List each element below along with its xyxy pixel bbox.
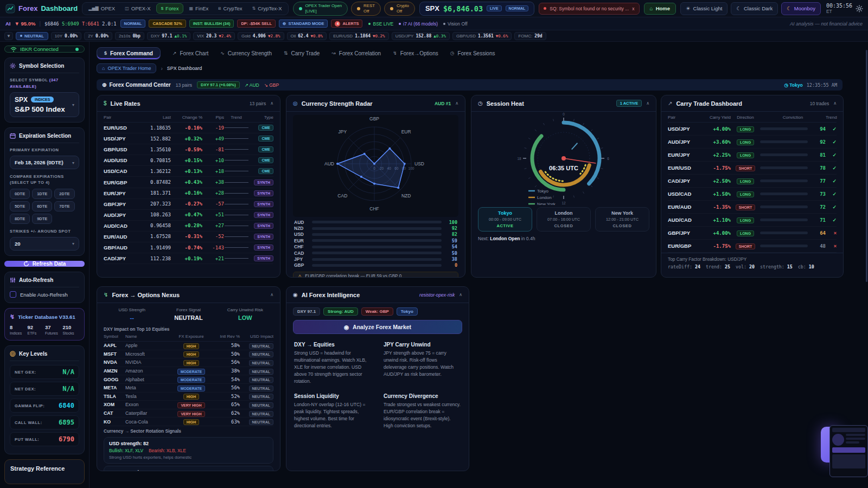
symbol-select[interactable]: SPX INDICES S&P 500 Index ▾ — [10, 92, 79, 117]
preview-chart — [832, 434, 844, 446]
equity-row-msft[interactable]: MSFT Microsoft HIGH 50% NEUTRAL — [104, 350, 273, 359]
dte-chip-0dte[interactable]: 0DTE — [10, 189, 30, 199]
collapse-icon[interactable]: ∧ — [455, 101, 458, 106]
collapse-icon[interactable]: ∧ — [833, 101, 837, 106]
carry-row-eur-usd[interactable]: EUR/USD -1.75% SHORT 78 ✓ — [668, 162, 837, 175]
rate-row-usd-cad[interactable]: USD/CAD 1.36212 +0.13% +18 CME — [104, 166, 273, 177]
change: +0.15% — [171, 158, 202, 163]
rate-row-eur-usd[interactable]: EUR/USD 1.18635 -0.16% -19 CME — [104, 123, 273, 133]
nav-tab-opex[interactable]: ▂▅▇OPEX — [84, 3, 119, 14]
tab-forex-command[interactable]: $Forex Command — [97, 47, 161, 60]
rate-row-aud-jpy[interactable]: AUD/JPY 108.263 +0.47% +51 SYNTH — [104, 210, 273, 221]
refresh-data-button[interactable]: Refresh Data — [4, 261, 85, 267]
carry-row-aud-cad[interactable]: AUD/CAD +1.10% LONG 71 ✓ — [668, 214, 837, 227]
strikes-select[interactable]: 20 ▾ — [10, 237, 79, 251]
error-toast[interactable]: SQ: Symbol not found or no security ... … — [539, 3, 639, 15]
mini-preview-popup[interactable] — [829, 425, 868, 477]
factor-trend-: trend: 25 — [706, 264, 730, 269]
primary-expiration-select[interactable]: Feb 18, 2026 (0DTE) ▾ — [10, 156, 79, 169]
analyze-forex-button[interactable]: ◉ Analyze Forex Market — [293, 320, 462, 334]
dte-chip-2dte[interactable]: 2DTE — [54, 189, 74, 199]
chevron-down-icon: ▾ — [72, 241, 74, 246]
dte-chip-5dte[interactable]: 5DTE — [10, 201, 30, 211]
tab-forex-options[interactable]: ↯Forex→Options — [393, 50, 438, 56]
factor-strength-: strength: 15 — [760, 264, 793, 269]
collapse-icon[interactable]: ∧ — [270, 101, 273, 106]
ticker-gold: Gold4,906▼2.8% — [238, 32, 284, 40]
target-icon — [10, 351, 16, 357]
carry-row-eur-gbp[interactable]: EUR/GBP -1.75% SHORT 48 × — [668, 240, 837, 253]
rate-row-aud-usd[interactable]: AUD/USD 0.70815 +0.15% +10 CME — [104, 155, 273, 166]
equity-row-cat[interactable]: CAT Caterpillar VERY HIGH 62% NEUTRAL — [104, 409, 273, 418]
auto-refresh-card: Auto-Refresh Enable Auto-Refresh — [4, 272, 85, 303]
toast-close-icon[interactable]: x — [632, 6, 634, 11]
nav-tab-cryptex-x[interactable]: ⇅CrypTex-X — [247, 3, 286, 14]
tab-forex-chart[interactable]: ↗Forex Chart — [173, 50, 208, 56]
scrollbar[interactable] — [866, 50, 867, 282]
rate-row-usd-jpy[interactable]: USD/JPY 152.882 +0.32% +49 CME — [104, 133, 273, 144]
dte-chip-9dte[interactable]: 9DTE — [32, 214, 52, 224]
equity-row-tsla[interactable]: TSLA Tesla HIGH 52% NEUTRAL — [104, 393, 273, 401]
dte-chip-7dte[interactable]: 7DTE — [54, 201, 74, 211]
company-name: Alphabet — [125, 377, 171, 382]
equity-row-meta[interactable]: META Meta MODERATE 56% NEUTRAL — [104, 384, 273, 393]
tab-forex-correlation[interactable]: ↝Forex Correlation — [331, 50, 381, 56]
carry-row-eur-jpy[interactable]: EUR/JPY +2.25% LONG 81 ✓ — [668, 149, 837, 162]
db-stat-futures: 37Futures — [45, 324, 62, 335]
nav-tab-opex-x[interactable]: ◫OPEX-X — [120, 3, 155, 14]
carry-row-cad-jpy[interactable]: CAD/JPY +2.50% LONG 77 ✓ — [668, 175, 837, 188]
collapse-icon[interactable]: ∧ — [646, 101, 649, 106]
panel-title: Forex → Options Nexus — [112, 292, 180, 298]
equity-row-aapl[interactable]: AAPL Apple HIGH 58% NEUTRAL — [104, 342, 273, 350]
session-card-new-york: New York12:00 - 21:00 UTCCLOSED — [595, 207, 649, 232]
equity-row-xom[interactable]: XOM Exxon VERY HIGH 65% NEUTRAL — [104, 401, 273, 409]
theme-button-classic-dark[interactable]: ☾Classic Dark — [731, 2, 778, 15]
nav-tab-forex[interactable]: $Forex — [156, 3, 184, 14]
theme-button-classic-light[interactable]: ☀Classic Light — [680, 2, 727, 15]
gear-icon[interactable] — [856, 5, 863, 12]
breadcrumb-home-button[interactable]: ⌂OPEX Trader Home — [97, 63, 156, 73]
dte-chip-1dte[interactable]: 1DTE — [32, 189, 52, 199]
tab-carry-trade[interactable]: ⇅Carry Trade — [284, 50, 320, 56]
equity-row-nvda[interactable]: NVDA NVIDIA HIGH 56% NEUTRAL — [104, 358, 273, 367]
rate-row-eur-gbp[interactable]: EUR/GBP 0.87482 +0.43% +38 SYNTH — [104, 177, 273, 188]
tab-forex-sessions[interactable]: ◷Forex Sessions — [450, 50, 495, 56]
pill-crypto[interactable]: CryptoOff — [384, 2, 415, 16]
equity-row-ko[interactable]: KO Coca-Cola HIGH 63% NEUTRAL — [104, 418, 273, 426]
collapse-icon[interactable]: ∧ — [459, 292, 462, 297]
filter-icon[interactable]: ▼ — [4, 32, 13, 40]
carry-row-gbp-jpy[interactable]: GBP/JPY +4.00% LONG 64 × — [668, 227, 837, 240]
pill-opex-trader-open[interactable]: OPEX Trader Open[LIVE] — [293, 2, 348, 16]
rate-row-gbp-jpy[interactable]: GBP/JPY 207.323 -0.27% -57 SYNTH — [104, 199, 273, 210]
home-button[interactable]: ⌂ Home — [644, 3, 676, 15]
equity-row-goog[interactable]: GOOG Alphabet MODERATE 54% NEUTRAL — [104, 375, 273, 384]
rate-row-cad-jpy[interactable]: CAD/JPY 112.238 +0.19% +21 SYNTH — [104, 253, 273, 264]
pill-rest[interactable]: RESTOff — [351, 2, 381, 16]
carry-row-usd-jpy[interactable]: USD/JPY +4.00% LONG 94 ✓ — [668, 123, 837, 136]
status-badges: NORMALCASCADE 52%INST: BULLISH (34)DP: -… — [120, 20, 363, 28]
rate-row-gbp-aud[interactable]: GBP/AUD 1.91499 -0.74% -143 SYNTH — [104, 242, 273, 253]
ticker-2s10s: 2s10s0bp — [115, 32, 144, 40]
last: 1.91499 — [136, 245, 171, 251]
pair: EUR/AUD — [104, 234, 136, 240]
rate-row-aud-cad[interactable]: AUD/CAD 0.96458 +0.28% +27 SYNTH — [104, 221, 273, 232]
carry-row-usd-cad[interactable]: USD/CAD +1.50% LONG 73 ✓ — [668, 188, 837, 201]
correlation-icon: ↝ — [331, 50, 336, 56]
carry-row-eur-aud[interactable]: EUR/AUD -1.35% SHORT 72 ✓ — [668, 201, 837, 214]
rate-row-gbp-usd[interactable]: GBP/USD 1.35610 -0.59% -81 CME — [104, 144, 273, 155]
equity-row-amzn[interactable]: AMZN Amazon MODERATE 38% NEUTRAL — [104, 367, 273, 376]
refresh-label: Refresh Data — [33, 261, 66, 267]
ibkr-connection-pill[interactable]: IBKR Connected — [4, 46, 85, 53]
auto-refresh-checkbox[interactable] — [10, 291, 16, 298]
tab-currency-strength[interactable]: ∿Currency Strength — [220, 50, 272, 56]
rate-row-eur-aud[interactable]: EUR/AUD 1.67528 -0.31% -52 SYNTH — [104, 232, 273, 242]
dte-chip-8dte[interactable]: 8DTE — [10, 214, 30, 224]
carry-row-aud-jpy[interactable]: AUD/JPY +3.60% LONG 92 ✓ — [668, 136, 837, 149]
selected-strikes: 20 — [15, 241, 21, 247]
nav-tab-finex[interactable]: ▦FinEx — [184, 3, 213, 14]
collapse-icon[interactable]: ∧ — [270, 292, 273, 297]
nav-tab-cryptex[interactable]: ɃCrypTex — [214, 3, 246, 14]
rate-row-eur-jpy[interactable]: EUR/JPY 181.371 +0.16% +28 SYNTH — [104, 188, 273, 199]
theme-button-moonboy[interactable]: ☾Moonboy — [781, 2, 821, 15]
dte-chip-6dte[interactable]: 6DTE — [32, 201, 52, 211]
